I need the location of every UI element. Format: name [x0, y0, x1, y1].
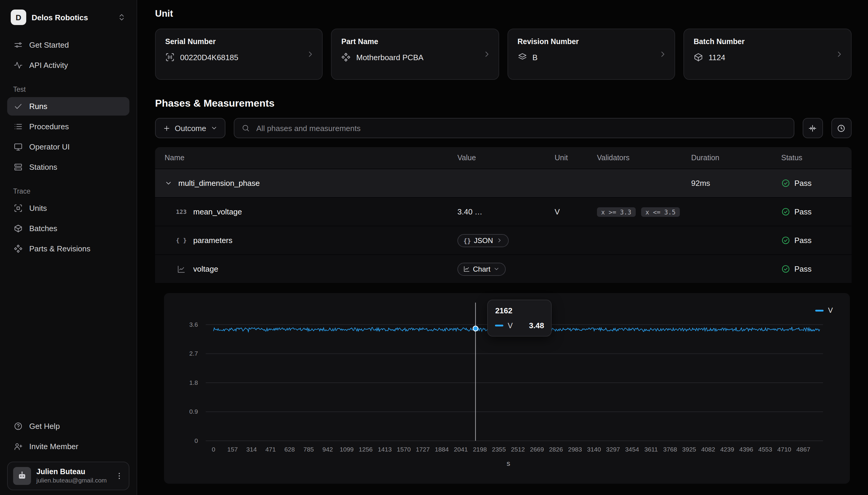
svg-text:1413: 1413: [378, 446, 392, 453]
measurement-unit: V: [555, 207, 597, 216]
kebab-menu-icon[interactable]: [115, 472, 124, 480]
json-expand-pill[interactable]: {} JSON: [457, 234, 508, 247]
circle-check-icon: [781, 179, 790, 188]
svg-text:3768: 3768: [663, 446, 677, 453]
svg-text:4867: 4867: [797, 446, 810, 453]
serial-number-card[interactable]: Serial Number 00220D4K68185: [155, 29, 323, 80]
server-icon: [13, 163, 23, 172]
line-chart-icon: [463, 266, 470, 272]
chart-tooltip: 2162 V 3.48: [488, 300, 552, 337]
svg-text:4082: 4082: [701, 446, 715, 453]
sidebar-item-operator-ui[interactable]: Operator UI: [7, 138, 129, 156]
table-row-mean-voltage[interactable]: 123 mean_voltage 3.40 … V x >= 3.3 x <= …: [155, 197, 851, 226]
workspace-name: Delos Robotics: [32, 13, 88, 22]
workspace-avatar: D: [11, 10, 26, 25]
sidebar-section-test: Test: [13, 86, 129, 93]
col-value: Value: [457, 154, 555, 162]
align-center-icon: [808, 124, 817, 133]
tooltip-series-label: V: [508, 321, 513, 330]
tooltip-series-dash: [495, 325, 504, 326]
card-label: Revision Number: [518, 37, 665, 46]
sidebar-item-stations[interactable]: Stations: [7, 158, 129, 176]
table-row-voltage[interactable]: voltage Chart: [155, 254, 851, 283]
svg-text:2041: 2041: [454, 446, 468, 453]
phases-search-input[interactable]: [255, 123, 787, 133]
validator-chip: x <= 3.5: [641, 207, 679, 217]
circle-check-icon: [781, 207, 790, 216]
user-email: julien.buteau@gmail.com: [36, 477, 107, 484]
numeric-icon: 123: [175, 208, 187, 215]
phase-duration: 92ms: [691, 179, 781, 188]
user-menu[interactable]: Julien Buteau julien.buteau@gmail.com: [7, 462, 129, 490]
sidebar-item-runs[interactable]: Runs: [7, 97, 129, 116]
sidebar-item-procedures[interactable]: Procedures: [7, 117, 129, 136]
voltage-chart-panel[interactable]: 3.62.71.80.90015731447162878594210991256…: [164, 293, 850, 484]
sidebar-item-get-help[interactable]: Get Help: [7, 417, 129, 436]
validator-chip: x >= 3.3: [597, 207, 635, 217]
card-label: Part Name: [341, 37, 489, 46]
sidebar-item-units[interactable]: Units: [7, 199, 129, 218]
user-plus-icon: [13, 442, 23, 451]
svg-text:314: 314: [246, 446, 257, 453]
svg-text:1099: 1099: [340, 446, 354, 453]
phases-toolbar: Outcome: [155, 118, 851, 138]
line-chart-icon: [175, 265, 187, 273]
svg-text:3611: 3611: [644, 446, 658, 453]
sidebar-item-api-activity[interactable]: API Activity: [7, 56, 129, 74]
svg-text:628: 628: [284, 446, 295, 453]
component-icon: [341, 52, 351, 62]
table-row-parameters[interactable]: { } parameters {} JSON: [155, 226, 851, 254]
svg-text:2983: 2983: [568, 446, 582, 453]
svg-text:2826: 2826: [549, 446, 563, 453]
scan-icon: [13, 204, 23, 213]
sidebar-item-get-started[interactable]: Get Started: [7, 36, 129, 54]
svg-text:0: 0: [194, 437, 198, 444]
svg-text:1570: 1570: [397, 446, 411, 453]
phase-name: multi_dimension_phase: [178, 179, 260, 188]
svg-text:2355: 2355: [492, 446, 506, 453]
svg-text:471: 471: [265, 446, 276, 453]
revision-number-card[interactable]: Revision Number B: [508, 29, 675, 80]
app: D Delos Robotics Get Started API Activit…: [0, 0, 868, 495]
sidebar-item-label: Units: [29, 204, 47, 213]
chart-toggle-pill[interactable]: Chart: [457, 262, 506, 275]
tooltip-x-value: 2162: [495, 306, 544, 315]
card-value: B: [533, 53, 538, 62]
sidebar-item-invite-member[interactable]: Invite Member: [7, 437, 129, 456]
part-name-card[interactable]: Part Name Motherboard PCBA: [331, 29, 499, 80]
validators-cell: x >= 3.3 x <= 3.5: [597, 207, 691, 217]
svg-text:4396: 4396: [739, 446, 753, 453]
measurement-name: mean_voltage: [193, 207, 242, 216]
col-unit: Unit: [555, 154, 597, 162]
list-icon: [13, 122, 23, 131]
layers-icon: [518, 52, 527, 62]
outcome-filter-button[interactable]: Outcome: [155, 118, 226, 138]
status-badge: Pass: [781, 236, 851, 245]
chevron-down-icon[interactable]: [165, 179, 173, 187]
fit-columns-button[interactable]: [802, 118, 823, 138]
phases-search[interactable]: [234, 118, 795, 138]
measurement-name: parameters: [193, 236, 233, 245]
legend-series-dash: [816, 309, 824, 311]
main-content: Unit Serial Number 00220D4K68185 Part Na…: [137, 0, 868, 495]
chevron-right-icon: [482, 50, 491, 59]
workspace-switcher[interactable]: D Delos Robotics: [7, 7, 129, 28]
history-button[interactable]: [831, 118, 851, 138]
status-label: Pass: [795, 236, 812, 245]
sidebar-item-label: API Activity: [29, 61, 68, 70]
sidebar-item-batches[interactable]: Batches: [7, 219, 129, 238]
sidebar-item-parts-revisions[interactable]: Parts & Revisions: [7, 239, 129, 258]
sidebar-item-label: Stations: [29, 163, 57, 172]
circle-check-icon: [781, 264, 790, 273]
table-row-phase[interactable]: multi_dimension_phase 92ms Pass: [155, 169, 851, 197]
svg-text:1.8: 1.8: [189, 379, 198, 386]
card-value: 00220D4K68185: [180, 53, 238, 62]
chart-legend[interactable]: V: [816, 306, 833, 314]
col-status: Status: [781, 154, 851, 162]
table-header: Name Value Unit Validators Duration Stat…: [155, 147, 851, 169]
batch-number-card[interactable]: Batch Number 1124: [684, 29, 851, 80]
outcome-filter-label: Outcome: [175, 124, 206, 133]
status-badge: Pass: [781, 207, 851, 216]
svg-text:1884: 1884: [435, 446, 449, 453]
svg-text:3140: 3140: [587, 446, 601, 453]
